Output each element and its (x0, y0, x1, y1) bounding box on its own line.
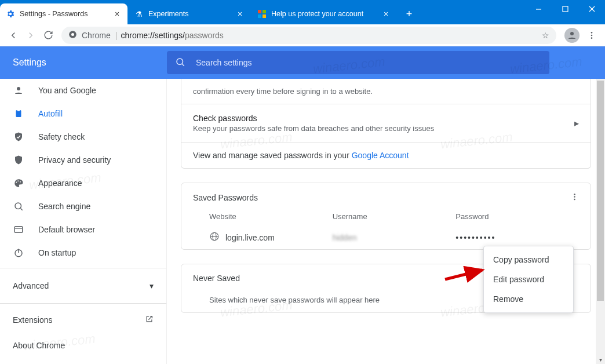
google-account-link[interactable]: Google Account (352, 151, 409, 160)
sidebar-item-label: Autofill (38, 109, 63, 118)
svg-rect-24 (14, 227, 23, 233)
bookmark-star-icon[interactable]: ☆ (542, 31, 549, 40)
menu-remove[interactable]: Remove (484, 289, 573, 309)
sidebar-item-privacy[interactable]: Privacy and security (0, 148, 166, 172)
username-value: hidden (333, 233, 456, 242)
browser-tab[interactable]: Help us protect your account × (252, 3, 396, 24)
browser-tab[interactable]: ⚗ Experiments × (129, 3, 250, 24)
clipboard-icon (13, 108, 24, 119)
scroll-down-icon[interactable]: ▾ (596, 355, 605, 364)
svg-point-30 (574, 199, 575, 201)
svg-rect-0 (258, 10, 261, 13)
offer-save-desc: confirmation every time before signing i… (181, 79, 591, 104)
sidebar-item-label: About Chrome (13, 341, 65, 350)
sidebar-item-safety-check[interactable]: Safety check (0, 125, 166, 148)
gear-icon (6, 9, 15, 19)
sidebar-item-label: Extensions (13, 315, 52, 325)
chrome-icon (68, 30, 77, 41)
search-icon (13, 201, 24, 212)
url-host: chrome://settings/ (121, 31, 185, 40)
sidebar-item-default-browser[interactable]: Default browser (0, 218, 166, 241)
settings-sidebar: You and Google Autofill Safety check Pri… (0, 79, 167, 364)
menu-edit-password[interactable]: Edit password (484, 270, 573, 289)
chevron-down-icon: ▾ (150, 281, 154, 290)
sidebar-extensions[interactable]: Extensions (0, 307, 166, 333)
sidebar-item-you-and-google[interactable]: You and Google (0, 79, 166, 102)
svg-line-23 (20, 208, 22, 210)
svg-point-29 (574, 196, 575, 198)
svg-point-21 (20, 181, 21, 183)
sidebar-item-label: You and Google (38, 86, 96, 95)
maximize-button[interactable] (552, 0, 578, 17)
sidebar-item-search-engine[interactable]: Search engine (0, 195, 166, 218)
url-separator: | (115, 31, 118, 40)
svg-line-15 (182, 64, 184, 65)
kebab-menu-icon[interactable] (583, 27, 600, 44)
text: View and manage saved passwords in your (193, 151, 352, 160)
section-title: Saved Passwords (193, 193, 258, 202)
palette-icon (13, 178, 24, 188)
browser-icon (13, 224, 24, 235)
svg-line-35 (445, 270, 482, 279)
shield-check-icon (13, 132, 24, 142)
sidebar-item-label: Advanced (13, 281, 49, 290)
divider (0, 268, 166, 268)
sidebar-about-chrome[interactable]: About Chrome (0, 333, 166, 358)
row-title: Check passwords (193, 114, 574, 123)
svg-rect-3 (263, 14, 266, 18)
view-manage-text: View and manage saved passwords in your … (181, 143, 591, 168)
tab-title: Settings - Passwords (20, 10, 112, 18)
window-close-button[interactable] (578, 0, 605, 17)
svg-point-22 (15, 203, 21, 209)
scrollbar-thumb[interactable] (597, 81, 604, 301)
sidebar-item-appearance[interactable]: Appearance (0, 172, 166, 195)
back-button[interactable] (5, 27, 22, 44)
settings-main: confirmation every time before signing i… (167, 79, 605, 364)
divider (0, 303, 166, 304)
window-titlebar: Settings - Passwords × ⚗ Experiments × H… (0, 0, 605, 24)
chevron-right-icon: ▸ (574, 118, 579, 129)
svg-point-10 (570, 32, 574, 35)
browser-tab-active[interactable]: Settings - Passwords × (0, 3, 127, 24)
check-passwords-row[interactable]: Check passwords Keep your passwords safe… (181, 104, 591, 142)
col-username: Username (333, 212, 456, 221)
profile-avatar[interactable] (564, 28, 580, 43)
sidebar-item-label: Default browser (38, 225, 95, 234)
minimize-button[interactable] (525, 0, 552, 17)
sidebar-item-on-startup[interactable]: On startup (0, 241, 166, 264)
site-name: login.live.com (225, 233, 275, 242)
svg-rect-5 (563, 6, 568, 12)
browser-toolbar: Chrome | chrome://settings/passwords ☆ (0, 24, 605, 46)
ms-icon (257, 9, 267, 19)
svg-rect-2 (258, 14, 261, 18)
row-desc: Keep your passwords safe from data breac… (193, 124, 574, 133)
menu-copy-password[interactable]: Copy password (484, 250, 573, 270)
new-tab-button[interactable]: + (401, 6, 417, 22)
password-context-menu: Copy password Edit password Remove (483, 246, 574, 313)
svg-point-13 (591, 37, 593, 39)
sidebar-item-label: Safety check (38, 132, 85, 141)
sidebar-advanced[interactable]: Advanced ▾ (0, 272, 166, 300)
svg-rect-17 (16, 110, 21, 117)
sidebar-item-label: On startup (38, 248, 76, 257)
reload-button[interactable] (39, 27, 57, 44)
kebab-menu-icon[interactable] (570, 192, 579, 203)
search-placeholder: Search settings (196, 58, 252, 67)
globe-icon (209, 231, 220, 243)
search-settings-input[interactable]: Search settings (167, 51, 549, 74)
address-bar[interactable]: Chrome | chrome://settings/passwords ☆ (61, 27, 556, 44)
sidebar-item-autofill[interactable]: Autofill (0, 102, 166, 125)
svg-rect-1 (263, 10, 266, 13)
svg-point-16 (17, 87, 20, 90)
saved-passwords-card: Saved Passwords Website Username Passwor… (181, 183, 591, 250)
search-icon (175, 57, 185, 69)
close-icon[interactable]: × (112, 9, 122, 19)
scrollbar-vertical[interactable]: ▴ ▾ (596, 79, 605, 364)
tab-title: Experiments (148, 10, 235, 18)
forward-button[interactable] (22, 27, 39, 44)
close-icon[interactable]: × (235, 9, 245, 19)
text: confirmation every time before signing i… (193, 87, 373, 96)
sidebar-item-label: Appearance (38, 179, 82, 188)
col-website: Website (209, 212, 333, 221)
close-icon[interactable]: × (381, 9, 391, 19)
